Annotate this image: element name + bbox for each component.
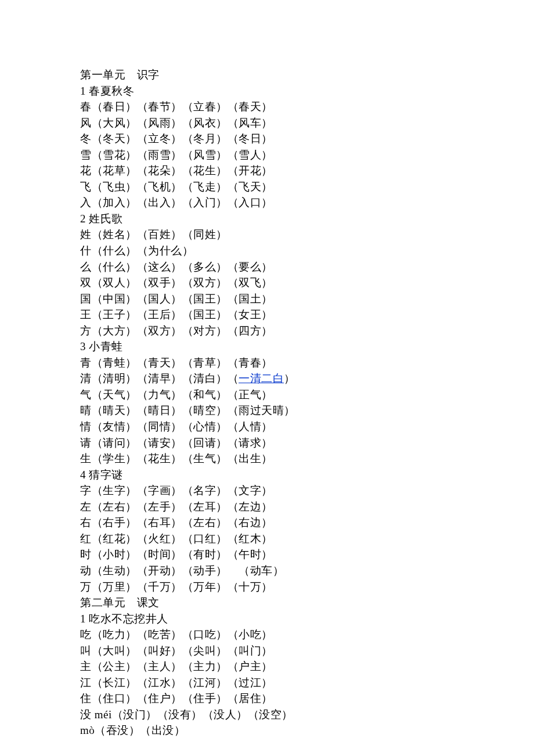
char-entry: 左（左右）（左手）（左耳）（左边） [80,499,534,515]
char-entry: mò（吞没）（出没） [80,722,534,739]
char-entry: 时（小时）（时间）（有时）（午时） [80,546,534,563]
char-entry: 双（双人）（双手）（双方）（双飞） [80,275,534,291]
char-entry: 姓（姓名）（百姓）（同姓） [80,226,534,243]
char-entry: 方（大方）（双方）（对方）（四方） [80,323,534,339]
char-entry: 气（天气）（力气）（和气）（正气） [80,387,534,403]
char-entry: 主（公主）（主人）（主力）（户主） [80,658,534,675]
char-entry: 春（春日）（春节）（立春）（春天） [80,99,534,115]
lesson-title: 1 春夏秋冬 [80,83,534,99]
char-entry: 晴（晴天）（晴日）（晴空）（雨过天晴） [80,402,534,419]
lesson-title: 4 猜字谜 [80,467,534,483]
char-entry: 风（大风）（风雨）（风衣）（风车） [80,115,534,131]
char-entry: 入（加入）（出入）（入门）（入口） [80,195,534,211]
char-entry: 没 méi（没门）（没有）（没人）（没空） [80,707,534,723]
lesson-title: 2 姓氏歌 [80,211,534,227]
char-entry: 右（右手）（右耳）（左右）（右边） [80,514,534,531]
char-entry: 字（生字）（字画）（名字）（文字） [80,483,534,499]
char-entry: 情（友情）（同情）（心情）（人情） [80,419,534,435]
unit-title: 第一单元 识字 [80,67,534,83]
char-entry: 动（生动）（开动）（动手） （动车） [80,563,534,579]
char-entry: 青（青蛙）（青天）（青草）（青春） [80,355,534,371]
char-entry: 冬（冬天）（立冬）（冬月）（冬日） [80,131,534,147]
char-entry: 王（王子）（王后）（国王）（女王） [80,307,534,323]
char-entry: 生（学生）（花生）（生气）（出生） [80,451,534,467]
char-entry: 么（什么）（这么）（多么）（要么） [80,259,534,275]
char-entry: 吃（吃力）（吃苦）（口吃）（小吃） [80,627,534,643]
unit-title: 第二单元 课文 [80,595,534,611]
char-entry: 飞（飞虫）（飞机）（飞走）（飞天） [80,179,534,195]
char-entry: 叫（大叫）（叫好）（尖叫）（叫门） [80,643,534,659]
lesson-title: 3 小青蛙 [80,339,534,355]
char-entry: 清（清明）（清早）（清白）（一清二白） [80,370,534,387]
char-entry: 国（中国）（国人）（国王）（国土） [80,291,534,307]
char-entry: 万（万里）（千万）（万年）（十万） [80,579,534,595]
word-link[interactable]: 一清二白 [239,372,284,384]
char-entry: 请（请问）（请安）（回请）（请求） [80,435,534,451]
char-entry: 什（什么）（为什么） [80,243,534,259]
lesson-title: 1 吃水不忘挖井人 [80,611,534,627]
char-entry: 住（住口）（住户）（住手）（居住） [80,690,534,707]
char-entry: 雪（雪花）（雨雪）（风雪）（雪人） [80,147,534,163]
char-entry: 红（红花）（火红）（口红）（红木） [80,531,534,547]
char-entry: 江（长江）（江水）（江河）（过江） [80,675,534,691]
char-entry: 花（花草）（花朵）（花生）（开花） [80,163,534,179]
